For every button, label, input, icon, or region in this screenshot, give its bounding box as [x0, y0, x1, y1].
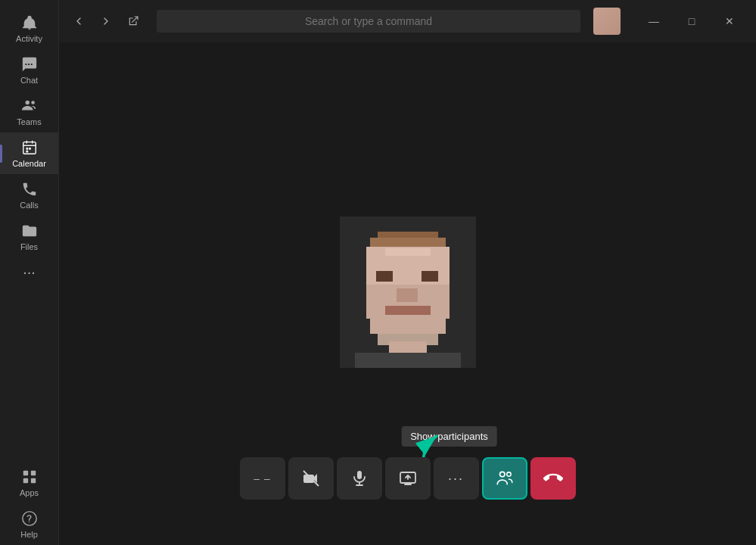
titlebar: — □ ✕	[59, 0, 756, 42]
camera-off-icon	[302, 469, 320, 487]
chat-label: Chat	[20, 76, 38, 85]
more-button[interactable]: ···	[434, 457, 479, 500]
sidebar-item-activity[interactable]: Activity	[0, 8, 58, 49]
sidebar-item-files[interactable]: Files	[0, 216, 58, 257]
popout-button[interactable]	[123, 11, 144, 32]
svg-rect-25	[385, 306, 431, 315]
calendar-icon	[20, 139, 39, 157]
activity-icon	[20, 14, 39, 32]
svg-point-0	[25, 101, 30, 105]
mic-button[interactable]	[337, 457, 382, 500]
calls-icon	[20, 180, 39, 198]
svg-rect-29	[355, 353, 461, 368]
participants-icon	[495, 469, 515, 488]
svg-point-41	[506, 472, 510, 476]
svg-point-14	[28, 522, 29, 522]
svg-rect-12	[30, 478, 35, 483]
teams-icon	[20, 97, 39, 115]
participant-video	[340, 216, 476, 371]
more-dots-icon: ···	[448, 471, 464, 487]
apps-label: Apps	[20, 488, 39, 497]
call-controls: – –	[240, 457, 576, 500]
hangup-icon	[543, 469, 563, 488]
help-icon	[20, 509, 39, 528]
hold-button[interactable]: – –	[240, 457, 285, 500]
maximize-button[interactable]: □	[674, 9, 709, 33]
more-dots-icon: ···	[23, 263, 36, 281]
sidebar-item-calls[interactable]: Calls	[0, 174, 58, 216]
svg-rect-9	[23, 471, 27, 475]
sidebar-item-teams[interactable]: Teams	[0, 91, 58, 132]
svg-rect-20	[376, 271, 393, 282]
chat-icon	[20, 55, 39, 73]
search-bar	[157, 10, 580, 33]
svg-rect-7	[29, 148, 31, 150]
search-input[interactable]	[157, 10, 580, 33]
help-label: Help	[20, 530, 38, 539]
user-avatar[interactable]	[593, 8, 621, 35]
svg-rect-8	[26, 151, 28, 153]
svg-rect-36	[357, 471, 362, 479]
sidebar-more-button[interactable]: ···	[0, 257, 58, 287]
minimize-button[interactable]: —	[636, 9, 671, 33]
sidebar-item-apps[interactable]: Apps	[0, 462, 58, 503]
apps-icon	[20, 468, 39, 486]
svg-point-40	[499, 472, 505, 477]
sidebar-item-help[interactable]: Help	[0, 503, 58, 545]
files-label: Files	[20, 242, 38, 251]
svg-rect-23	[397, 288, 418, 302]
svg-rect-11	[23, 478, 27, 483]
svg-rect-32	[385, 248, 431, 256]
close-button[interactable]: ✕	[712, 9, 747, 33]
share-button[interactable]	[385, 457, 431, 500]
calls-label: Calls	[20, 201, 38, 210]
sidebar-item-chat[interactable]: Chat	[0, 49, 58, 91]
window-controls: — □ ✕	[636, 9, 747, 33]
hold-icon: – –	[254, 472, 270, 484]
participant-avatar	[340, 216, 476, 368]
back-button[interactable]	[68, 11, 89, 32]
participants-button[interactable]	[482, 457, 527, 500]
mic-icon	[350, 469, 369, 487]
files-icon	[20, 222, 39, 240]
sidebar: Activity Chat Teams	[0, 0, 59, 545]
sidebar-item-calendar[interactable]: Calendar	[0, 132, 58, 174]
svg-rect-21	[422, 271, 438, 282]
calendar-label: Calendar	[12, 159, 46, 168]
forward-button[interactable]	[95, 11, 117, 32]
svg-rect-10	[30, 471, 35, 475]
svg-rect-6	[26, 148, 28, 150]
hangup-button[interactable]	[530, 457, 576, 500]
video-button[interactable]	[288, 457, 334, 500]
teams-label: Teams	[17, 117, 41, 126]
share-icon	[399, 469, 417, 487]
svg-point-1	[31, 101, 35, 104]
activity-label: Activity	[16, 34, 42, 43]
svg-rect-31	[370, 238, 446, 247]
main-content: — □ ✕	[59, 0, 756, 545]
svg-rect-26	[370, 319, 446, 334]
call-area: Show participants – –	[59, 42, 756, 545]
